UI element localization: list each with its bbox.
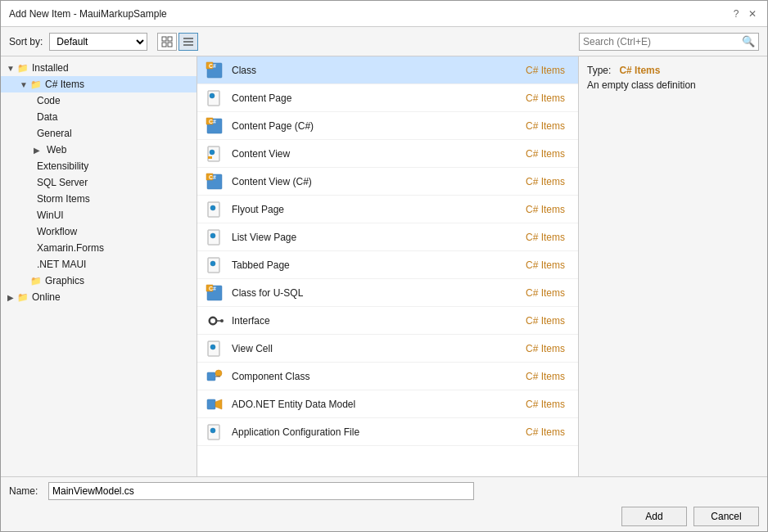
item-name-component-class: Component Class (232, 371, 506, 382)
item-name-app-config: Application Configuration File (232, 426, 506, 438)
list-item-adonet[interactable]: ADO.NET Entity Data Model C# Items (197, 390, 578, 418)
list-item-flyout-page[interactable]: Flyout Page C# Items (197, 196, 578, 223)
icon-interface (204, 310, 225, 331)
info-type-value: C# Items (619, 65, 660, 76)
cancel-button[interactable]: Cancel (693, 507, 759, 526)
list-item-content-page-cs[interactable]: C# Content Page (C#) C# Items (197, 112, 578, 140)
list-view-button[interactable] (178, 33, 198, 51)
icon-class: C# (204, 60, 225, 81)
tree-item-general[interactable]: General (1, 125, 197, 142)
grid-view-button[interactable] (157, 33, 177, 51)
main-content: ▼ 📁 Installed ▼ 📁 C# Items Code Data Gen… (1, 56, 767, 476)
svg-point-35 (210, 345, 215, 349)
tree-item-sql-server[interactable]: SQL Server (1, 174, 197, 191)
expand-csharp: ▼ (17, 80, 30, 89)
title-bar-buttons: ? ✕ (730, 7, 759, 20)
folder-icon-graphics: 📁 (30, 276, 42, 286)
svg-point-22 (210, 205, 215, 210)
tree-label-net-maui: .NET MAUI (37, 259, 86, 270)
list-item-view-cell[interactable]: View Cell C# Items (197, 335, 578, 363)
item-category-content-page: C# Items (506, 92, 571, 104)
icon-content-view-cs: C# (204, 171, 225, 192)
info-type-key: Type: (587, 65, 611, 76)
list-item-component-class[interactable]: Component Class C# Items (197, 363, 578, 390)
search-box: 🔍 (579, 33, 759, 51)
tree-item-xamarin[interactable]: Xamarin.Forms (1, 240, 197, 256)
svg-point-40 (210, 428, 215, 433)
sort-select[interactable]: Default Name Category (49, 33, 147, 51)
tree-item-csharp[interactable]: ▼ 📁 C# Items (1, 76, 197, 92)
tree-label-extensibility: Extensibility (37, 160, 88, 172)
svg-point-11 (210, 93, 215, 98)
svg-point-33 (220, 319, 224, 322)
close-button[interactable]: ✕ (746, 7, 759, 20)
list-item-interface[interactable]: Interface C# Items (197, 307, 578, 335)
help-button[interactable]: ? (730, 7, 743, 20)
tree-label-online: Online (32, 291, 61, 303)
list-item-content-view-cs[interactable]: C# Content View (C#) C# Items (197, 168, 578, 196)
svg-rect-38 (207, 399, 215, 409)
icon-content-page-cs: C# (204, 115, 225, 137)
item-category-class: C# Items (506, 65, 571, 76)
expand-installed: ▼ (4, 64, 17, 73)
title-bar: Add New Item - MauiMarkupSample ? ✕ (1, 1, 767, 27)
svg-rect-2 (162, 43, 166, 47)
tree-label-sql-server: SQL Server (37, 177, 88, 188)
list-item-content-page[interactable]: Content Page C# Items (197, 84, 578, 112)
tree-label-graphics: Graphics (45, 275, 84, 286)
tree-item-code[interactable]: Code (1, 92, 197, 109)
name-input[interactable] (48, 482, 474, 500)
tree-item-workflow[interactable]: Workflow (1, 223, 197, 240)
item-category-listview-page: C# Items (506, 232, 571, 243)
list-item-class[interactable]: C# Class C# Items (197, 56, 578, 84)
icon-app-config (204, 422, 225, 443)
name-label: Name: (9, 485, 42, 497)
tree-item-web[interactable]: ▶ Web (1, 142, 197, 158)
tree-item-net-maui[interactable]: .NET MAUI (1, 256, 197, 273)
tree-label-csharp: C# Items (45, 79, 84, 90)
item-name-listview-page: List View Page (232, 232, 506, 243)
tree-label-workflow: Workflow (37, 226, 77, 237)
item-category-content-view-cs: C# Items (506, 176, 571, 187)
svg-point-37 (215, 370, 222, 376)
svg-point-24 (210, 233, 215, 238)
tree-item-installed[interactable]: ▼ 📁 Installed (1, 60, 197, 76)
icon-tabbed-page (204, 255, 225, 276)
svg-text:C#: C# (209, 286, 216, 291)
view-buttons (157, 33, 198, 51)
list-item-usql[interactable]: C# Class for U-SQL C# Items (197, 279, 578, 307)
tree-item-data[interactable]: Data (1, 109, 197, 125)
list-item-tabbed-page[interactable]: Tabbed Page C# Items (197, 251, 578, 279)
search-icon: 🔍 (742, 35, 755, 47)
expand-web: ▶ (30, 146, 43, 155)
toolbar: Sort by: Default Name Category (1, 27, 767, 56)
item-name-content-page: Content Page (232, 92, 506, 104)
folder-icon-online: 📁 (17, 292, 29, 303)
item-name-content-page-cs: Content Page (C#) (232, 120, 506, 132)
list-item-app-config[interactable]: Application Configuration File C# Items (197, 418, 578, 446)
list-item-listview-page[interactable]: List View Page C# Items (197, 223, 578, 251)
tree-label-storm-items: Storm Items (37, 193, 90, 205)
tree-item-online[interactable]: ▶ 📁 Online (1, 289, 197, 305)
folder-icon-csharp: 📁 (30, 79, 42, 90)
item-category-app-config: C# Items (506, 426, 571, 438)
expand-online: ▶ (4, 293, 17, 302)
item-category-adonet: C# Items (506, 399, 571, 410)
tree-item-storm-items[interactable]: Storm Items (1, 191, 197, 207)
tree-item-extensibility[interactable]: Extensibility (1, 158, 197, 174)
item-category-component-class: C# Items (506, 371, 571, 382)
icon-content-page (204, 88, 225, 109)
tree-label-general: General (37, 128, 72, 139)
add-button[interactable]: Add (621, 507, 687, 526)
search-input[interactable] (583, 36, 742, 47)
item-name-flyout-page: Flyout Page (232, 204, 506, 215)
folder-icon-installed: 📁 (17, 63, 29, 74)
item-name-adonet: ADO.NET Entity Data Model (232, 399, 506, 410)
item-name-tabbed-page: Tabbed Page (232, 259, 506, 271)
icon-usql: C# (204, 282, 225, 304)
tree-item-winui[interactable]: WinUI (1, 207, 197, 223)
item-name-usql: Class for U-SQL (232, 287, 506, 299)
list-item-content-view[interactable]: Content View C# Items (197, 140, 578, 168)
right-panel: Type: C# Items An empty class definition (579, 56, 767, 476)
tree-item-graphics[interactable]: 📁 Graphics (1, 273, 197, 289)
